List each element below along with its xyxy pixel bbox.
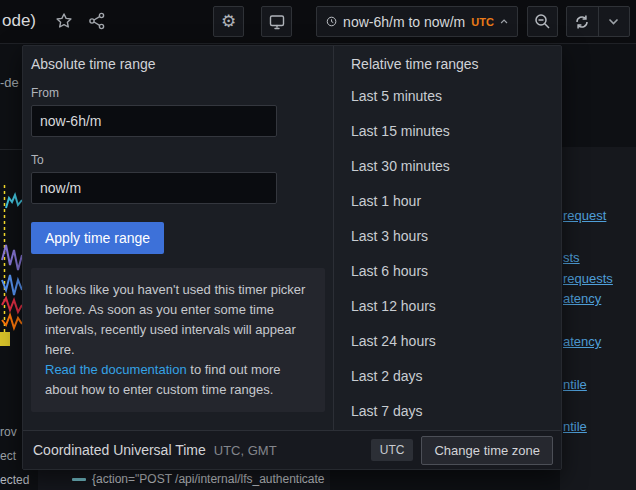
- zoom-out-button[interactable]: [527, 6, 558, 37]
- graph-fragment: [0, 150, 22, 350]
- top-navigation-bar: ode) ⚙ now-6h/m to now/m UTC: [0, 0, 636, 44]
- relative-range-option[interactable]: Last 2 days: [334, 359, 561, 394]
- apply-time-range-button[interactable]: Apply time range: [31, 222, 164, 254]
- time-range-picker-button[interactable]: now-6h/m to now/m UTC: [316, 6, 518, 37]
- timezone-footer: Coordinated Universal Time UTC, GMT UTC …: [23, 430, 561, 469]
- axis-fragment-3: ected: [0, 473, 29, 487]
- relative-range-option[interactable]: Last 12 hours: [334, 289, 561, 324]
- read-documentation-link[interactable]: Read the documentation: [45, 362, 187, 377]
- legend-link[interactable]: sts: [563, 250, 580, 265]
- relative-range-option[interactable]: Last 30 minutes: [334, 149, 561, 184]
- relative-range-option[interactable]: Last 7 days: [334, 394, 561, 429]
- breadcrumb-fragment: -de: [0, 75, 19, 90]
- axis-fragment-1: rov: [0, 425, 17, 439]
- relative-range-option[interactable]: Last 24 hours: [334, 324, 561, 359]
- chevron-up-icon: [500, 18, 508, 25]
- refresh-interval-dropdown[interactable]: [598, 7, 630, 36]
- to-input[interactable]: [31, 172, 277, 204]
- from-label: From: [31, 86, 325, 100]
- legend-link[interactable]: atency: [563, 334, 601, 349]
- tv-cycle-view-button[interactable]: [261, 6, 292, 37]
- relative-range-option[interactable]: Last 5 minutes: [334, 79, 561, 114]
- time-picker-panel: Absolute time range From To Apply time r…: [22, 45, 562, 470]
- relative-range-option[interactable]: Last 6 hours: [334, 254, 561, 289]
- recently-used-info-box: It looks like you haven't used this time…: [31, 268, 325, 412]
- utc-badge: UTC: [371, 439, 414, 461]
- monitor-icon: [268, 13, 286, 31]
- legend-label[interactable]: {action="POST /api/internal/lfs_authenti…: [92, 472, 325, 486]
- relative-range-option[interactable]: Last 15 minutes: [334, 114, 561, 149]
- legend-link[interactable]: requests: [563, 271, 613, 286]
- clock-icon: [326, 14, 337, 29]
- background-panel: [560, 147, 636, 490]
- from-input[interactable]: [31, 105, 277, 137]
- relative-range-list: Last 5 minutes Last 15 minutes Last 30 m…: [334, 79, 561, 429]
- legend-link[interactable]: request: [563, 208, 606, 223]
- star-icon[interactable]: [55, 12, 73, 30]
- absolute-section-heading: Absolute time range: [31, 56, 325, 72]
- timezone-detail: UTC, GMT: [214, 443, 277, 458]
- dashboard-title-fragment: ode): [2, 11, 36, 31]
- time-zone-tag: UTC: [471, 16, 494, 28]
- absolute-time-range-section: Absolute time range From To Apply time r…: [23, 46, 333, 430]
- series-color-dash: [72, 478, 86, 481]
- refresh-icon: [574, 14, 590, 30]
- chevron-down-icon: [608, 18, 619, 25]
- legend-link[interactable]: ntile: [563, 419, 587, 434]
- change-time-zone-button[interactable]: Change time zone: [421, 436, 553, 465]
- refresh-button-group: [566, 6, 630, 37]
- share-icon[interactable]: [88, 12, 106, 30]
- relative-time-ranges-section: Relative time ranges Last 5 minutes Last…: [333, 46, 561, 430]
- legend-link[interactable]: atency: [563, 291, 601, 306]
- refresh-dashboard-button[interactable]: [567, 7, 598, 36]
- timezone-name: Coordinated Universal Time: [33, 442, 206, 458]
- time-range-label: now-6h/m to now/m: [343, 14, 465, 30]
- dashboard-settings-button[interactable]: ⚙: [213, 6, 244, 37]
- gear-icon: ⚙: [221, 11, 236, 32]
- zoom-out-icon: [534, 13, 551, 30]
- relative-range-option[interactable]: Last 1 hour: [334, 184, 561, 219]
- relative-section-heading: Relative time ranges: [334, 56, 561, 72]
- relative-range-option[interactable]: Last 3 hours: [334, 219, 561, 254]
- info-text: It looks like you haven't used this time…: [45, 282, 305, 357]
- axis-fragment-2: ect: [0, 449, 16, 463]
- legend-link[interactable]: ntile: [563, 377, 587, 392]
- to-label: To: [31, 153, 325, 167]
